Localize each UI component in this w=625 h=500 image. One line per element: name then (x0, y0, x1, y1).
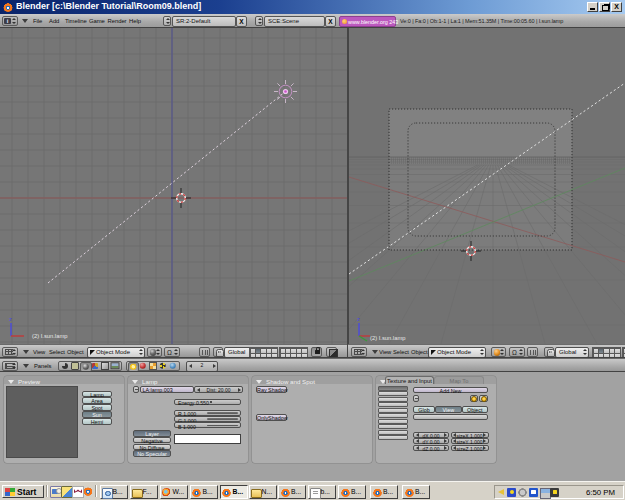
taskbar-item-9[interactable]: B... (338, 485, 366, 499)
viewport-separator[interactable] (347, 28, 349, 358)
decrement-icon[interactable] (453, 446, 456, 450)
increment-icon[interactable] (444, 439, 447, 443)
lamp-type-hemi-button[interactable]: Hemi (82, 418, 112, 425)
tray-camera-icon[interactable] (550, 488, 559, 497)
tab-map-to[interactable]: Map To (434, 376, 484, 384)
lamp-r-slider[interactable]: R 1.000 (174, 410, 241, 416)
sun-lamp-object[interactable] (274, 80, 297, 103)
texture-slot-3[interactable] (378, 397, 408, 402)
lamp-g-slider[interactable]: G 1.000 (174, 416, 241, 422)
volume-icon[interactable] (498, 489, 504, 495)
tray-blue-icon[interactable] (529, 488, 538, 497)
menu-file[interactable]: File (33, 18, 42, 24)
pivot-button-left[interactable]: Ω (164, 347, 180, 357)
lamp-b-slider[interactable]: B 1.000 (174, 422, 241, 428)
dist-decrement-icon[interactable] (197, 388, 200, 392)
dz-field[interactable]: dZ 0.00 (413, 445, 449, 451)
coord-glob-button[interactable]: Glob (413, 406, 435, 413)
panel-preview-title[interactable]: Preview (18, 378, 40, 385)
layer-6[interactable] (281, 349, 285, 353)
texture-slot-2[interactable] (378, 391, 408, 396)
increment-icon[interactable] (444, 446, 447, 450)
viewport-front-collapse-icon[interactable] (23, 350, 29, 354)
taskbar-item-3[interactable]: W... (160, 485, 188, 499)
layer-r3[interactable] (604, 349, 608, 353)
texture-slot-5[interactable] (378, 408, 408, 413)
texture-slot-4[interactable] (378, 402, 408, 407)
menu-help[interactable]: Help (129, 18, 141, 24)
subcontext-texture-button[interactable] (148, 362, 158, 371)
energy-knob[interactable] (210, 401, 212, 403)
menu-select-left[interactable]: Select (49, 349, 65, 355)
taskbar-item-4[interactable]: B... (190, 485, 218, 499)
manipulator-button-right[interactable] (544, 347, 554, 357)
taskbar-item-7[interactable]: B... (278, 485, 306, 499)
layer-10[interactable] (302, 349, 306, 353)
menu-game[interactable]: Game (89, 18, 105, 24)
restore-button[interactable] (599, 2, 610, 12)
lamp-id-browse-button[interactable] (133, 386, 139, 393)
menu-view-right[interactable]: View (379, 349, 391, 355)
blender-app-icon[interactable] (3, 2, 13, 12)
scene-browse-button[interactable] (255, 16, 263, 26)
texture-slot-6[interactable] (378, 413, 408, 418)
menu-add[interactable]: Add (49, 18, 59, 24)
panel-lamp-title[interactable]: Lamp (142, 378, 157, 385)
editor-type-button-buttons[interactable] (2, 361, 18, 371)
editor-type-button-left[interactable] (2, 347, 18, 357)
layer-buttons-left-a[interactable] (249, 347, 278, 358)
context-object-button[interactable] (90, 362, 100, 371)
lamp-no-specular-toggle[interactable]: No Specular (133, 450, 171, 457)
taskbar-item-5-active[interactable]: B... (220, 485, 248, 499)
messenger-icon[interactable] (507, 488, 516, 497)
increment-icon[interactable] (444, 433, 447, 437)
dy-field[interactable]: dY 0.00 (413, 438, 449, 444)
scene-delete-button[interactable]: X (325, 16, 336, 27)
layer-r4[interactable] (610, 349, 614, 353)
menu-view-left[interactable]: View (33, 349, 45, 355)
taskbar-item-1[interactable]: B... (100, 485, 128, 499)
only-shadow-toggle[interactable]: OnlyShadow (256, 414, 287, 421)
layer-19[interactable] (297, 354, 301, 358)
screen-browse-button[interactable] (163, 16, 171, 26)
scene-field[interactable]: SCE:Scene (264, 16, 325, 27)
ray-shadow-toggle[interactable]: Ray Shadow (256, 386, 287, 393)
layer-7[interactable] (286, 349, 290, 353)
layer-18[interactable] (291, 354, 295, 358)
context-script-button[interactable] (70, 362, 80, 371)
layer-3[interactable] (261, 349, 265, 353)
start-button[interactable]: Start (2, 485, 44, 499)
layer-20[interactable] (302, 354, 306, 358)
layer-r2[interactable] (599, 349, 603, 353)
lamp-type-lamp-button[interactable]: Lamp (82, 391, 112, 398)
viewport-camera-collapse-icon[interactable] (372, 350, 378, 354)
sizez-field[interactable]: sizeZ 1.000 (451, 445, 489, 451)
minimize-button[interactable] (587, 2, 598, 12)
taskbar-item-8[interactable]: b... (308, 485, 336, 499)
layer-buttons-left-b[interactable] (279, 347, 308, 358)
panel-preview-collapse-icon[interactable] (8, 380, 14, 384)
coord-object-name-field[interactable] (413, 414, 488, 421)
panel-shadow-collapse-icon[interactable] (256, 380, 262, 384)
render-preview-button[interactable] (326, 347, 337, 357)
frame-number-field[interactable]: 2 (186, 361, 218, 372)
decrement-icon[interactable] (416, 446, 419, 450)
lamp-no-diffuse-toggle[interactable]: No Diffuse (133, 444, 171, 451)
panel-shadow-title[interactable]: Shadow and Spot (266, 378, 315, 385)
tray-gray-icon[interactable] (518, 488, 527, 497)
menu-panels[interactable]: Panels (34, 363, 51, 369)
tab-texture-and-input[interactable]: Texture and Input (385, 376, 434, 384)
layer-9[interactable] (297, 349, 301, 353)
layer-r12[interactable] (599, 354, 603, 358)
buttons-collapse-icon[interactable] (23, 364, 29, 368)
lamp-name-field[interactable]: LA:lamp.003 (140, 386, 194, 393)
lamp-type-area-button[interactable]: Area (82, 397, 112, 404)
draw-type-button-left[interactable] (147, 347, 162, 357)
mode-dropdown-left[interactable]: Object Mode (87, 347, 145, 358)
layer-12[interactable] (256, 354, 260, 358)
layer-16[interactable] (281, 354, 285, 358)
header-collapse-icon[interactable] (22, 19, 28, 23)
proportional-button-left[interactable] (199, 347, 210, 357)
lamp-type-sun-button[interactable]: Sun (82, 411, 112, 418)
mode-dropdown-right[interactable]: Object Mode (428, 347, 486, 358)
